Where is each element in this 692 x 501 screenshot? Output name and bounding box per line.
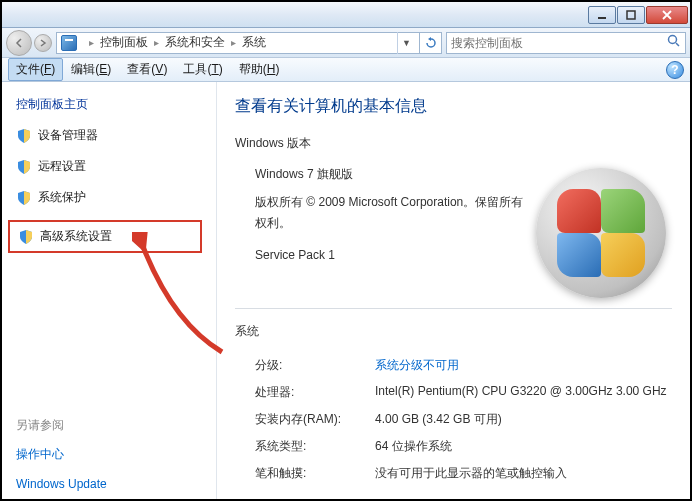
maximize-button[interactable] [617,6,645,24]
breadcrumb[interactable]: ▸ 控制面板 ▸ 系统和安全 ▸ 系统 ▼ [56,32,420,54]
shield-icon [16,159,32,175]
section-divider [235,308,672,309]
info-label: 笔和触摸: [255,465,375,482]
search-input[interactable] [451,36,667,50]
info-row-rating: 分级: 系统分级不可用 [235,352,672,379]
sidebar: 控制面板主页 设备管理器 远程设置 系统保护 高级系统设置 另请参阅 操作中心 … [2,82,217,499]
chevron-right-icon: ▸ [154,37,159,48]
sidebar-system-protection[interactable]: 系统保护 [16,189,212,206]
menu-bar: 文件(F) 编辑(E) 查看(V) 工具(T) 帮助(H) ? [2,58,690,82]
page-title: 查看有关计算机的基本信息 [235,96,672,117]
menu-file[interactable]: 文件(F) [8,58,63,81]
see-also-title: 另请参阅 [16,417,212,434]
help-icon[interactable]: ? [666,61,684,79]
info-value: 4.00 GB (3.42 GB 可用) [375,411,672,428]
sidebar-item-label: 远程设置 [38,158,86,175]
sidebar-action-center[interactable]: 操作中心 [16,446,212,463]
info-value: 64 位操作系统 [375,438,672,455]
shield-icon [18,229,34,245]
menu-tools[interactable]: 工具(T) [175,58,230,81]
window-titlebar [2,2,690,28]
forward-button[interactable] [34,34,52,52]
info-label: 处理器: [255,384,375,401]
svg-point-2 [669,36,677,44]
search-icon [667,34,681,51]
info-row-ram: 安装内存(RAM): 4.00 GB (3.42 GB 可用) [235,406,672,433]
menu-edit[interactable]: 编辑(E) [63,58,119,81]
svg-rect-0 [598,17,606,19]
sidebar-advanced-system-settings[interactable]: 高级系统设置 [8,220,202,253]
breadcrumb-item[interactable]: 控制面板 [100,34,148,51]
nav-buttons [6,30,52,56]
windows-logo [536,168,666,298]
content-pane: 查看有关计算机的基本信息 Windows 版本 Windows 7 旗舰版 版权… [217,82,690,499]
chevron-right-icon: ▸ [89,37,94,48]
info-label: 安装内存(RAM): [255,411,375,428]
info-row-type: 系统类型: 64 位操作系统 [235,433,672,460]
sidebar-windows-update[interactable]: Windows Update [16,477,212,491]
breadcrumb-item[interactable]: 系统和安全 [165,34,225,51]
system-section-title: 系统 [235,323,672,340]
shield-icon [16,190,32,206]
info-label: 分级: [255,357,375,374]
menu-view[interactable]: 查看(V) [119,58,175,81]
svg-rect-1 [627,11,635,19]
sidebar-device-manager[interactable]: 设备管理器 [16,127,212,144]
info-row-pen-touch: 笔和触摸: 没有可用于此显示器的笔或触控输入 [235,460,672,487]
sidebar-item-label: 系统保护 [38,189,86,206]
sidebar-item-label: 高级系统设置 [40,228,112,245]
sidebar-home-link[interactable]: 控制面板主页 [16,96,212,113]
shield-icon [16,128,32,144]
windows-edition-title: Windows 版本 [235,135,672,152]
address-bar: ▸ 控制面板 ▸ 系统和安全 ▸ 系统 ▼ [2,28,690,58]
main-area: 控制面板主页 设备管理器 远程设置 系统保护 高级系统设置 另请参阅 操作中心 … [2,82,690,499]
sidebar-item-label: 设备管理器 [38,127,98,144]
rating-link[interactable]: 系统分级不可用 [375,357,672,374]
breadcrumb-dropdown[interactable]: ▼ [397,32,415,54]
search-box[interactable] [446,32,686,54]
sidebar-remote-settings[interactable]: 远程设置 [16,158,212,175]
info-row-cpu: 处理器: Intel(R) Pentium(R) CPU G3220 @ 3.0… [235,379,672,406]
menu-help[interactable]: 帮助(H) [231,58,288,81]
refresh-button[interactable] [420,32,442,54]
chevron-right-icon: ▸ [231,37,236,48]
back-button[interactable] [6,30,32,56]
control-panel-icon [61,35,77,51]
info-label: 系统类型: [255,438,375,455]
info-value: 没有可用于此显示器的笔或触控输入 [375,465,672,482]
info-value: Intel(R) Pentium(R) CPU G3220 @ 3.00GHz … [375,384,672,401]
minimize-button[interactable] [588,6,616,24]
close-button[interactable] [646,6,688,24]
breadcrumb-item[interactable]: 系统 [242,34,266,51]
